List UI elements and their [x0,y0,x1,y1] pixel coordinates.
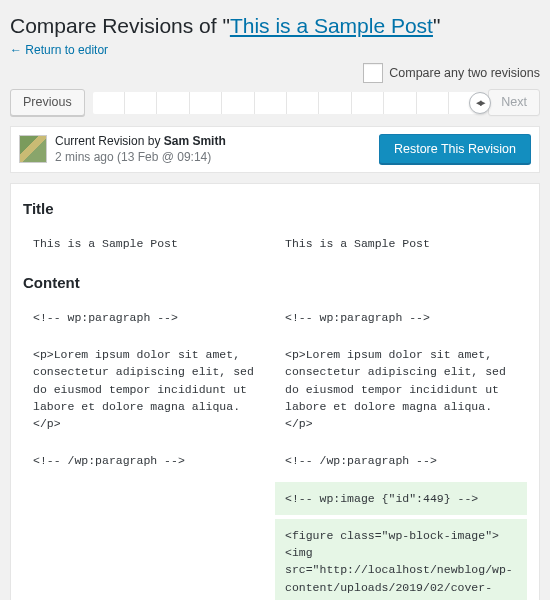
title-suffix: " [433,14,440,37]
diff-cell-left: <!-- /wp:paragraph --> [23,444,275,477]
slider-tick[interactable] [156,92,188,114]
revision-slider-track[interactable]: ◂▸ [93,92,481,114]
time-ago: 2 mins ago [55,150,114,164]
revision-meta-text: Current Revision by Sam Smith 2 mins ago… [55,133,371,165]
slider-tick[interactable] [221,92,253,114]
table-row: This is a Sample Post This is a Sample P… [23,227,527,260]
revision-meta-box: Current Revision by Sam Smith 2 mins ago… [10,126,540,172]
slider-tick[interactable] [93,92,124,114]
diff-cell-right: <figure class="wp-block-image"><img src=… [275,519,527,600]
timestamp: (13 Feb @ 09:14) [117,150,211,164]
slider-tick[interactable] [351,92,383,114]
diff-cell-right: <!-- /wp:paragraph --> [275,444,527,477]
slider-tick[interactable] [383,92,415,114]
slider-tick[interactable] [416,92,448,114]
slider-tick[interactable] [254,92,286,114]
slider-tick[interactable] [124,92,156,114]
compare-toggle-row: Compare any two revisions [10,63,540,83]
title-prefix: Compare Revisions of " [10,14,230,37]
diff-title-table: This is a Sample Post This is a Sample P… [23,227,527,260]
slider-tick[interactable] [318,92,350,114]
restore-revision-button[interactable]: Restore This Revision [379,134,531,164]
diff-cell-left: <!-- wp:paragraph --> [23,301,275,334]
diff-title-right: This is a Sample Post [275,227,527,260]
diff-cell-right: <!-- wp:paragraph --> [275,301,527,334]
diff-area: Title This is a Sample Post This is a Sa… [10,183,540,600]
author-name: Sam Smith [164,134,226,148]
revision-slider-row: Previous ◂▸ Next [10,89,540,116]
revision-slider-handle[interactable]: ◂▸ [469,92,491,114]
compare-two-label: Compare any two revisions [389,66,540,80]
diff-content-table: <!-- wp:paragraph --><!-- wp:paragraph -… [23,301,527,600]
table-row: <!-- wp:paragraph --><!-- wp:paragraph -… [23,301,527,334]
table-row: <!-- wp:image {"id":449} --> [23,482,527,515]
previous-button[interactable]: Previous [10,89,85,116]
table-row: <!-- /wp:paragraph --><!-- /wp:paragraph… [23,444,527,477]
diff-cell-left [23,519,275,600]
drag-arrows-icon: ◂▸ [476,96,484,109]
current-revision-label: Current Revision by [55,134,164,148]
diff-content-heading: Content [23,274,527,291]
next-button: Next [488,89,540,116]
page-title: Compare Revisions of "This is a Sample P… [10,12,540,39]
return-to-editor-link[interactable]: ← Return to editor [10,43,108,57]
compare-two-checkbox[interactable] [363,63,383,83]
diff-cell-right: <p>Lorem ipsum dolor sit amet, consectet… [275,338,527,440]
slider-tick[interactable] [189,92,221,114]
table-row: <figure class="wp-block-image"><img src=… [23,519,527,600]
diff-cell-right: <!-- wp:image {"id":449} --> [275,482,527,515]
table-row: <p>Lorem ipsum dolor sit amet, consectet… [23,338,527,440]
avatar [19,135,47,163]
diff-title-heading: Title [23,200,527,217]
slider-tick[interactable] [286,92,318,114]
post-title-link[interactable]: This is a Sample Post [230,14,433,37]
diff-cell-left [23,482,275,515]
diff-title-left: This is a Sample Post [23,227,275,260]
diff-cell-left: <p>Lorem ipsum dolor sit amet, consectet… [23,338,275,440]
